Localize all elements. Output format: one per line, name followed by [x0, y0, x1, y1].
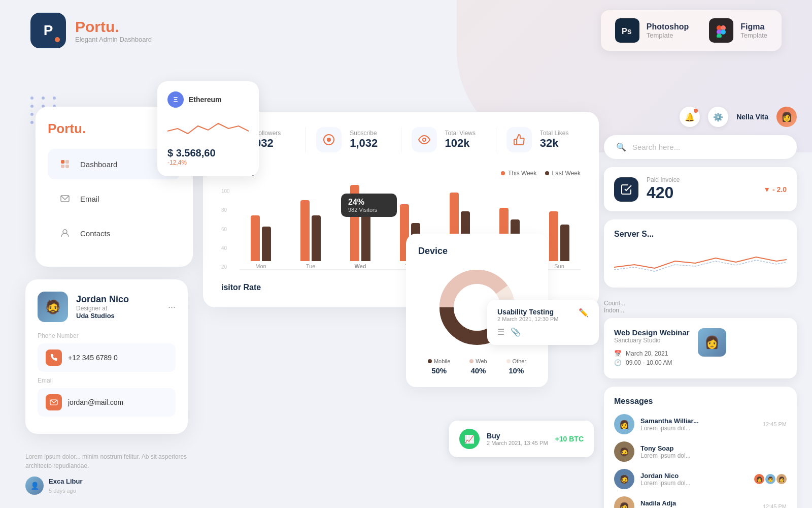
profile-top: 🧔 Jordan Nico Designer at Uda Studios ··… — [38, 292, 176, 322]
ethereum-chart — [167, 116, 249, 141]
contacts-icon — [57, 225, 73, 241]
bar-label-tue: Tue — [306, 263, 316, 269]
bar-secondary-mon — [262, 227, 271, 261]
bar-primary-sun — [549, 211, 558, 261]
device-web: Web 40% — [469, 358, 487, 375]
y-axis: 100 80 60 40 20 — [221, 188, 236, 270]
msg-content-nadila: Nadila Adja Lorem ipsum dolor sit amet..… — [640, 499, 757, 509]
btc-card: 📈 Buy 2 March 2021, 13:45 PM +10 BTC — [449, 421, 594, 457]
stat-sep-2 — [401, 127, 401, 152]
email-contact: jordan@mail.com — [38, 388, 176, 417]
bar-label-wed: Wed — [354, 263, 366, 269]
webinar-time: 🕐 09.00 - 10.00 AM — [614, 359, 690, 366]
profile-avatar: 🧔 — [38, 292, 68, 322]
msg-content-tony: Tony Soap Lorem ipsum dol... — [640, 444, 787, 459]
svg-rect-7 — [65, 160, 69, 164]
visitors-legend: This Week Last Week — [501, 170, 581, 177]
bar-pair-mon — [251, 185, 271, 261]
brand-dot — [55, 37, 60, 42]
search-bar[interactable]: 🔍 Search here... — [604, 135, 797, 159]
device-legend: Mobile 50% Web 40% Other 10% — [418, 358, 536, 375]
bar-group-tue: Tue — [289, 185, 332, 269]
msg-samantha[interactable]: 👩 Samantha Williar... Lorem ipsum dol...… — [614, 414, 787, 434]
phone-contact: +12 345 6789 0 — [38, 343, 176, 372]
visitors-header: Visitors This Week Last Week — [221, 168, 581, 178]
brand-text: Portu. Elegant Admin Dashboard — [75, 18, 152, 43]
msg-avatar-jordan: 🧔 — [614, 469, 634, 489]
clock-icon: 🕐 — [614, 359, 622, 366]
svg-point-15 — [423, 138, 426, 141]
btc-info: Buy 2 March 2021, 13:45 PM — [487, 432, 548, 446]
bar-primary-tue — [300, 200, 310, 261]
server-status-card: Server S... — [604, 219, 797, 288]
profile-card: 🧔 Jordan Nico Designer at Uda Studios ··… — [25, 279, 188, 434]
phone-icon — [46, 350, 62, 366]
brand-name: Portu. — [75, 18, 152, 36]
user-avatar: 👩 — [776, 107, 797, 127]
bar-secondary-sun — [560, 225, 569, 261]
sidebar-item-email[interactable]: Email — [48, 183, 181, 214]
stat-likes: Total Likes 32k — [506, 127, 581, 152]
usability-list-icon[interactable]: ☰ — [497, 327, 504, 337]
header-user: 🔔 ⚙️ Nella Vita 👩 — [604, 107, 797, 127]
group-avatars: 👩 👨 👩 — [754, 474, 787, 484]
msg-content-jordan: Jordan Nico Lorem ipsum dol... — [640, 472, 748, 487]
usability-attach-icon[interactable]: 📎 — [511, 327, 521, 337]
dashboard-icon — [57, 156, 73, 172]
stats-row: Followers 932 Subscribe 1,032 — [221, 127, 581, 152]
invoice-icon — [614, 177, 638, 202]
msg-avatar-samantha: 👩 — [614, 414, 634, 434]
views-icon — [412, 127, 437, 152]
bar-pair-tue — [300, 185, 321, 261]
comment-avatar: 👤 — [25, 477, 44, 495]
bar-primary-mon — [251, 215, 260, 261]
bar-group-mon: Mon — [240, 185, 282, 269]
stat-views: Total Views 102k — [412, 127, 486, 152]
search-icon: 🔍 — [616, 142, 626, 152]
profile-title: Designer at — [76, 305, 129, 312]
ethereum-header: Ξ Ethereum — [167, 91, 249, 108]
email-contact-icon — [46, 394, 62, 410]
usability-card: Usability Testing 2 March 2021, 12:30 PM… — [487, 300, 599, 345]
bar-secondary-tue — [312, 215, 321, 261]
profile-info: Jordan Nico Designer at Uda Studios — [76, 294, 129, 320]
main-area: Portu. Dashboard Email Contacts 🧔 Jordan — [0, 66, 812, 508]
usability-actions: ☰ 📎 — [497, 327, 589, 337]
msg-content-samantha: Samantha Williar... Lorem ipsum dol... — [640, 417, 757, 432]
bar-label-sun: Sun — [554, 263, 564, 269]
invoice-info: Paid Invoice 420 — [647, 176, 680, 202]
settings-button[interactable]: ⚙️ — [708, 107, 728, 127]
msg-jordan[interactable]: 🧔 Jordan Nico Lorem ipsum dol... 👩 👨 👩 — [614, 469, 787, 489]
country-stats: Count...Indon... — [604, 296, 797, 318]
webinar-info: Web Design Webinar Sanctuary Studio 📅 Ma… — [614, 328, 690, 368]
messages-card: Messages 👩 Samantha Williar... Lorem ips… — [604, 387, 797, 508]
webinar-card: Web Design Webinar Sanctuary Studio 📅 Ma… — [604, 318, 797, 378]
notification-badge — [694, 109, 698, 113]
bar-label-mon: Mon — [255, 263, 266, 269]
sidebar-item-contacts[interactable]: Contacts — [48, 218, 181, 248]
brand-subtitle: Elegant Admin Dashboard — [75, 36, 152, 43]
legend-this-week: This Week — [501, 170, 536, 177]
stat-subscribe: Subscribe 1,032 — [316, 127, 390, 152]
svg-rect-6 — [61, 160, 64, 164]
msg-tony[interactable]: 🧔 Tony Soap Lorem ipsum dol... — [614, 441, 787, 462]
device-mobile: Mobile 50% — [428, 358, 450, 375]
profile-menu-button[interactable]: ··· — [168, 302, 176, 312]
svg-rect-9 — [65, 165, 69, 168]
usability-edit-icon[interactable]: ✏️ — [579, 308, 589, 318]
likes-icon — [506, 127, 532, 152]
msg-nadila[interactable]: 👩 Nadila Adja Lorem ipsum dolor sit amet… — [614, 496, 787, 508]
stat-sep-3 — [496, 127, 496, 152]
webinar-thumbnail: 👩 — [698, 328, 726, 357]
stat-sep-1 — [306, 127, 306, 152]
msg-avatar-tony: 🧔 — [614, 441, 634, 462]
device-other: Other 10% — [506, 358, 527, 375]
chart-tooltip: 24% 982 Visitors — [341, 194, 397, 217]
webinar-date: 📅 March 20, 2021 — [614, 350, 690, 357]
msg-avatar-nadila: 👩 — [614, 496, 634, 508]
ethereum-icon: Ξ — [167, 91, 184, 108]
server-chart — [614, 247, 787, 277]
notification-button[interactable]: 🔔 — [680, 107, 700, 127]
brand-icon: P — [30, 13, 66, 48]
btc-icon: 📈 — [459, 429, 480, 449]
